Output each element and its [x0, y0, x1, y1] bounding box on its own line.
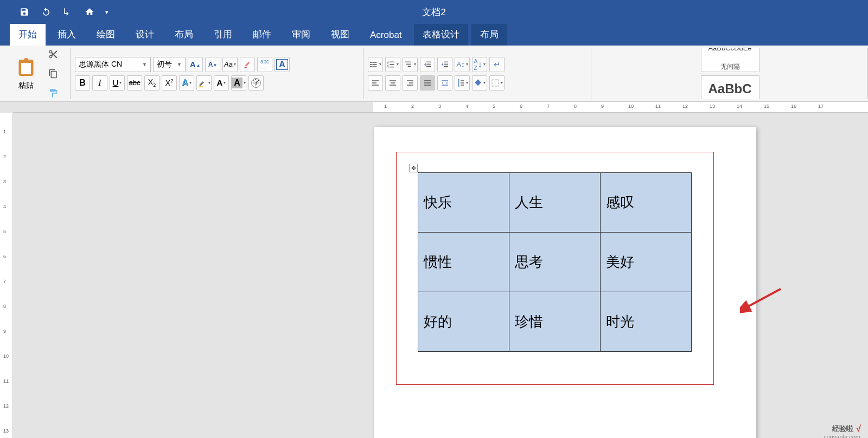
table-cell[interactable]: 感叹 — [601, 173, 692, 233]
tab-review[interactable]: 审阅 — [283, 24, 319, 46]
svg-rect-30 — [409, 82, 413, 83]
table-row[interactable]: 好的 珍惜 时光 — [418, 292, 692, 352]
table-cell[interactable]: 思考 — [509, 233, 601, 292]
char-border-icon[interactable]: A — [275, 57, 290, 72]
ribbon-tabs: 开始 插入 绘图 设计 布局 引用 邮件 审阅 视图 Acrobat 表格设计 … — [0, 24, 868, 46]
align-right-icon[interactable] — [403, 75, 418, 91]
svg-rect-32 — [424, 80, 431, 81]
svg-rect-14 — [405, 61, 411, 62]
svg-rect-27 — [391, 82, 395, 83]
underline-icon[interactable]: U — [110, 75, 125, 91]
tab-acrobat[interactable]: Acrobat — [361, 25, 411, 46]
table-row[interactable]: 快乐 人生 感叹 — [418, 173, 692, 233]
line-spacing-icon[interactable] — [455, 75, 470, 91]
font-size-select[interactable]: 初号▼ — [153, 57, 186, 72]
strike-icon[interactable]: abc — [127, 75, 142, 91]
subscript-icon[interactable]: X2 — [144, 75, 159, 91]
annotation-arrow-icon — [740, 286, 783, 315]
svg-rect-20 — [444, 61, 448, 62]
distributed-icon[interactable] — [437, 75, 452, 91]
multilevel-icon[interactable] — [403, 57, 418, 72]
format-painter-icon[interactable] — [46, 86, 61, 101]
phonetic-guide-icon[interactable]: abc— — [257, 57, 272, 72]
svg-text:3: 3 — [387, 66, 389, 68]
italic-icon[interactable]: I — [92, 75, 107, 91]
align-center-icon[interactable] — [385, 75, 400, 91]
ruler-vertical[interactable]: 12345678910111213 — [0, 113, 13, 438]
tab-design[interactable]: 设计 — [127, 24, 163, 46]
tab-layout[interactable]: 布局 — [166, 24, 202, 46]
tab-home[interactable]: 开始 — [10, 24, 46, 46]
align-justify-icon[interactable] — [420, 75, 435, 91]
tab-table-layout[interactable]: 布局 — [471, 24, 507, 46]
bold-icon[interactable]: B — [75, 75, 90, 91]
cut-icon[interactable] — [46, 47, 61, 62]
table-move-handle[interactable]: ✥ — [409, 164, 418, 172]
document-table[interactable]: 快乐 人生 感叹 惯性 思考 美好 好的 珍惜 时光 — [418, 172, 692, 352]
svg-rect-11 — [390, 64, 394, 65]
superscript-icon[interactable]: X2 — [162, 75, 177, 91]
redo-icon[interactable] — [60, 4, 76, 20]
font-color-icon[interactable]: A — [214, 75, 229, 91]
group-paragraph: 123 A↕ AZ↓ ↵ — [363, 48, 591, 99]
paste-button[interactable]: 粘贴 — [10, 57, 42, 91]
bullets-icon[interactable] — [368, 57, 383, 72]
style-no-spacing[interactable]: AaBbCcDdEe 无间隔 — [701, 48, 760, 72]
table-cell[interactable]: 人生 — [509, 173, 601, 233]
tab-view[interactable]: 视图 — [322, 24, 358, 46]
table-cell[interactable]: 珍惜 — [509, 292, 601, 352]
style-heading-1[interactable]: AaBbC 标题 1 — [701, 75, 760, 100]
svg-rect-16 — [408, 66, 411, 66]
canvas[interactable]: ✥ 快乐 人生 感叹 惯性 思考 美好 好的 珍惜 时光 — [13, 113, 868, 438]
svg-rect-25 — [372, 85, 379, 85]
highlight-icon[interactable] — [196, 75, 212, 91]
change-case-icon[interactable]: Aa — [222, 57, 238, 72]
borders-icon[interactable] — [489, 75, 505, 91]
show-marks-icon[interactable]: ↵ — [489, 57, 505, 72]
save-icon[interactable] — [16, 4, 33, 20]
table-cell[interactable]: 美好 — [601, 233, 692, 292]
document-page[interactable]: ✥ 快乐 人生 感叹 惯性 思考 美好 好的 珍惜 时光 — [374, 127, 756, 438]
enclose-char-icon[interactable]: 字 — [248, 75, 264, 91]
tab-references[interactable]: 引用 — [205, 24, 241, 46]
table-cell[interactable]: 好的 — [418, 292, 509, 352]
indent-decrease-icon[interactable] — [420, 57, 435, 72]
tab-mailings[interactable]: 邮件 — [244, 24, 280, 46]
char-shading-icon[interactable]: A — [231, 75, 246, 91]
clear-format-icon[interactable] — [240, 57, 255, 72]
table-cell[interactable]: 快乐 — [418, 173, 509, 233]
svg-rect-37 — [461, 85, 464, 85]
align-left-icon[interactable] — [368, 75, 383, 91]
home-icon[interactable] — [81, 4, 98, 20]
sort-icon[interactable]: AZ↓ — [472, 57, 487, 72]
table-cell[interactable]: 惯性 — [418, 233, 509, 292]
tab-draw[interactable]: 绘图 — [88, 24, 124, 46]
svg-rect-23 — [372, 80, 379, 81]
tab-insert[interactable]: 插入 — [49, 24, 85, 46]
svg-point-6 — [370, 66, 372, 67]
customize-qat-icon[interactable]: ▾ — [103, 4, 111, 20]
font-name-select[interactable]: 思源黑体 CN▼ — [75, 57, 151, 72]
svg-rect-36 — [461, 82, 464, 83]
copy-icon[interactable] — [46, 66, 61, 81]
table-cell[interactable]: 时光 — [601, 292, 692, 352]
svg-rect-19 — [426, 66, 431, 66]
ruler-horizontal[interactable]: 1234567891011121314151617 — [13, 102, 868, 113]
svg-rect-9 — [390, 61, 394, 62]
table-row[interactable]: 惯性 思考 美好 — [418, 233, 692, 292]
svg-line-39 — [745, 289, 781, 308]
ribbon: 粘贴 思源黑体 CN▼ 初号▼ A▲ A▼ Aa abc— A B I U ab… — [0, 46, 868, 102]
undo-icon[interactable] — [38, 4, 54, 20]
workspace: 12345678910111213 ✥ 快乐 人生 感叹 惯性 思考 美好 好的… — [0, 113, 868, 438]
tab-table-design[interactable]: 表格设计 — [414, 24, 468, 46]
text-effects-icon[interactable]: A — [179, 75, 194, 91]
svg-rect-1 — [199, 86, 203, 87]
svg-rect-34 — [424, 85, 431, 85]
shading-icon[interactable] — [472, 75, 487, 91]
indent-increase-icon[interactable] — [437, 57, 452, 72]
svg-rect-31 — [407, 85, 413, 85]
shrink-font-icon[interactable]: A▼ — [205, 57, 220, 72]
text-direction-icon[interactable]: A↕ — [455, 57, 470, 72]
grow-font-icon[interactable]: A▲ — [188, 57, 203, 72]
numbering-icon[interactable]: 123 — [385, 57, 400, 72]
